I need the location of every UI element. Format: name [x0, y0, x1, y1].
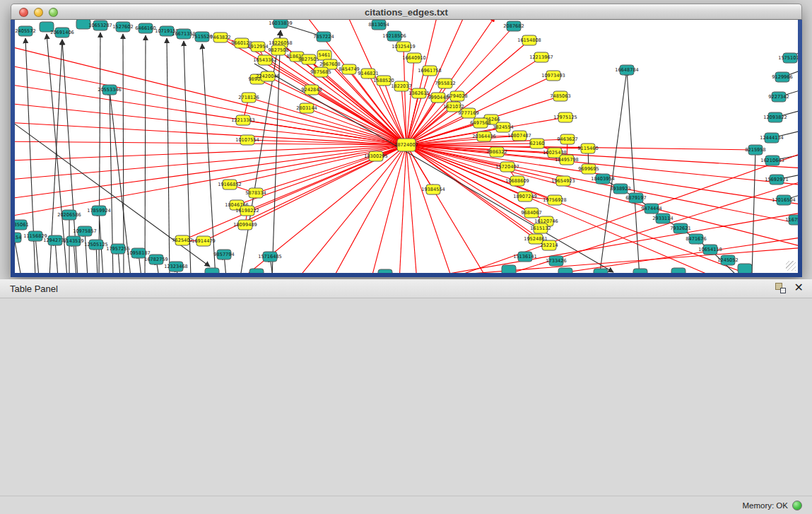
network-node-selected[interactable]: 9684067 — [521, 208, 541, 218]
network-node-selected[interactable]: 19384554 — [421, 185, 445, 194]
network-node[interactable]: 17859924 — [87, 206, 111, 216]
network-node-selected[interactable]: 9827508 — [268, 45, 288, 55]
network-node-selected[interactable]: 6794028 — [447, 91, 467, 101]
network-node[interactable] — [502, 265, 516, 273]
network-node[interactable]: 2087682 — [503, 21, 524, 31]
edge[interactable] — [599, 70, 627, 273]
network-node[interactable]: 9227342 — [768, 92, 789, 102]
network-node[interactable]: 6879197 — [625, 193, 646, 203]
network-node[interactable] — [738, 264, 752, 273]
network-node-selected[interactable]: 3824554 — [493, 122, 513, 132]
network-node-selected[interactable]: 9777169 — [458, 108, 478, 118]
network-node[interactable]: 8215958 — [745, 145, 765, 155]
selected-edge[interactable] — [257, 79, 406, 145]
network-node-selected[interactable]: 16640910 — [402, 53, 426, 63]
network-node[interactable] — [249, 269, 264, 273]
network-node-selected[interactable]: 7463822 — [210, 33, 230, 42]
edge[interactable] — [752, 150, 755, 273]
selected-edge[interactable] — [406, 145, 417, 273]
network-node[interactable]: 39154 — [15, 233, 21, 243]
network-node[interactable]: 12505125 — [84, 240, 108, 250]
network-view[interactable]: 1872400724055722069140610653287152760264… — [15, 20, 798, 273]
memory-status[interactable]: Memory: OK — [742, 501, 802, 510]
float-window-icon[interactable] — [775, 283, 786, 293]
edge[interactable] — [123, 34, 124, 273]
network-node[interactable]: 16210643 — [760, 156, 784, 165]
network-node[interactable]: 1527602 — [112, 22, 133, 32]
network-node-selected[interactable]: 1362615 — [408, 88, 429, 98]
network-node[interactable]: 9129966 — [772, 72, 792, 82]
selected-edge[interactable] — [406, 145, 798, 225]
network-node[interactable] — [671, 268, 686, 273]
network-node-selected[interactable]: 9875685 — [310, 67, 331, 77]
network-node[interactable]: 1245052 — [717, 255, 738, 265]
citation-network-graph[interactable]: 1872400724055722069140610653287152760264… — [15, 20, 798, 273]
edge[interactable] — [35, 236, 39, 273]
edge[interactable] — [85, 231, 88, 273]
network-node-selected[interactable]: 17975125 — [553, 112, 577, 122]
network-node[interactable]: 9857794 — [213, 250, 234, 259]
network-node[interactable]: 9474444 — [641, 204, 661, 214]
network-node-selected[interactable]: 7986322 — [486, 147, 507, 157]
selected-edge[interactable] — [278, 50, 406, 145]
selected-edge[interactable] — [332, 145, 406, 273]
network-node-selected[interactable]: 10807487 — [507, 131, 531, 141]
network-node-selected[interactable]: 9115460 — [577, 144, 598, 153]
network-node-selected[interactable]: 7485063 — [550, 91, 570, 101]
network-node-selected[interactable]: 16914479 — [192, 236, 216, 246]
network-node[interactable]: 15136141 — [513, 252, 537, 262]
network-node[interactable]: 2405572 — [15, 26, 35, 36]
selected-edge[interactable] — [406, 20, 438, 145]
network-node[interactable]: 7932621 — [670, 223, 690, 233]
network-node-selected[interactable]: 7625402 — [172, 235, 192, 245]
network-node[interactable]: 20206586 — [57, 210, 81, 220]
network-node-selected[interactable]: 9463627 — [557, 134, 577, 144]
network-node-selected[interactable]: 19166852 — [218, 180, 242, 189]
network-node[interactable]: 15716485 — [258, 252, 282, 262]
network-node[interactable]: 17016504 — [772, 195, 796, 205]
resize-grip[interactable] — [786, 261, 796, 271]
network-node-selected[interactable]: 62160 — [530, 139, 545, 148]
network-node[interactable] — [558, 268, 572, 273]
network-node-selected[interactable]: 5878334 — [245, 188, 266, 198]
network-node-selected[interactable]: 9990448 — [428, 93, 448, 103]
selected-edge[interactable] — [399, 145, 406, 273]
network-node-selected[interactable]: 2718126 — [238, 93, 259, 103]
network-node-selected[interactable]: 252214 — [540, 240, 558, 250]
selected-edge[interactable] — [406, 145, 563, 181]
network-node[interactable] — [594, 269, 608, 273]
network-node-selected[interactable]: 9699695 — [578, 164, 599, 174]
network-node-selected[interactable]: 8912954 — [247, 42, 268, 52]
network-node-selected[interactable]: 8454749 — [339, 64, 359, 74]
network-node[interactable] — [633, 269, 647, 273]
network-node[interactable]: 20553346 — [98, 85, 122, 95]
selected-edge[interactable] — [406, 145, 798, 247]
network-node[interactable]: 8471676 — [686, 234, 706, 244]
network-node-selected[interactable]: 12213363 — [231, 115, 255, 125]
network-node[interactable]: 1167533 — [785, 215, 798, 225]
network-node[interactable]: 19218506 — [382, 31, 406, 41]
network-node[interactable]: 12444134 — [760, 133, 784, 143]
network-node-selected[interactable]: 10973493 — [541, 71, 565, 81]
network-node[interactable]: 1143519 — [63, 236, 83, 246]
network-node-selected[interactable]: 18724007 — [394, 139, 418, 151]
network-node[interactable]: 8938923 — [610, 184, 630, 194]
network-node-selected[interactable]: 9146821 — [358, 69, 378, 78]
network-node[interactable]: 10975857 — [73, 226, 97, 236]
network-node[interactable]: 16648784 — [615, 65, 639, 75]
selected-edge[interactable] — [15, 145, 406, 181]
network-node-selected[interactable]: 19654923 — [551, 176, 575, 186]
network-node-selected[interactable]: 10688609 — [505, 176, 529, 186]
close-panel-icon[interactable]: ✕ — [794, 282, 804, 293]
network-node[interactable] — [378, 269, 392, 273]
network-node-selected[interactable]: 12213967 — [529, 52, 553, 62]
edge[interactable] — [167, 38, 170, 273]
network-node[interactable] — [205, 268, 219, 273]
network-node[interactable]: 15751074 — [778, 53, 798, 63]
selected-edge[interactable] — [406, 145, 488, 273]
selected-edge[interactable] — [406, 145, 452, 273]
network-node-selected[interactable]: 7955812 — [435, 78, 455, 88]
network-node[interactable]: 7857224 — [313, 32, 334, 42]
network-node[interactable]: 12323468 — [164, 262, 188, 271]
network-node-selected[interactable]: 18099489 — [233, 220, 257, 230]
